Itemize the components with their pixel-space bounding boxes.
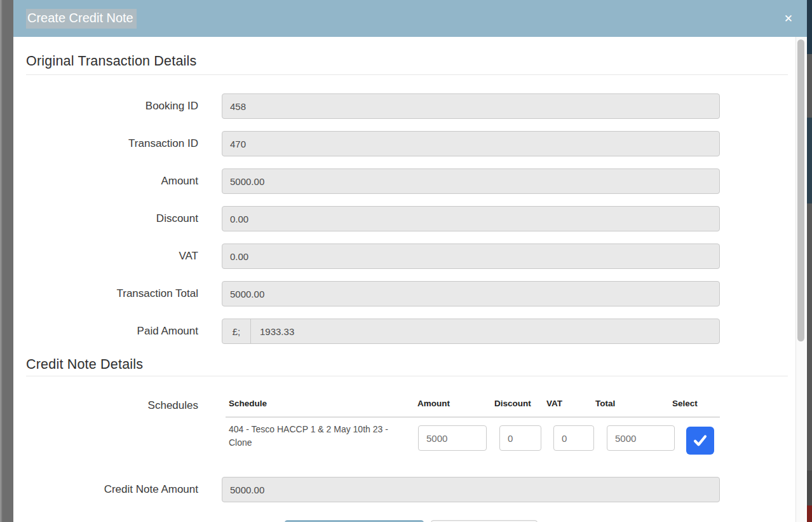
section-divider [26,376,788,376]
column-header-amount: Amount [417,399,450,408]
vat-field[interactable] [222,244,720,269]
section-heading-credit-note: Credit Note Details [26,357,788,373]
modal-title: Create Credit Note [26,9,137,29]
paid-amount-label: Paid Amount [26,325,198,338]
modal-scrollbar-track[interactable] [795,37,806,522]
paid-amount-group: £; [222,319,720,344]
create-credit-note-modal: Create Credit Note ✕ Original Transactio… [13,0,807,522]
section-heading-original-transaction: Original Transaction Details [26,53,788,69]
credit-note-amount-label: Credit Note Amount [26,483,198,496]
column-header-select: Select [672,399,698,408]
credit-note-amount-field[interactable] [222,477,720,502]
column-header-schedule: Schedule [229,399,267,408]
transaction-total-field[interactable] [222,281,720,306]
schedule-total-input[interactable] [607,425,675,451]
schedules-row: Schedules Schedule Amount Discount VAT T… [26,392,788,458]
vat-row: VAT [26,244,788,269]
currency-prefix: £; [222,319,251,343]
close-icon[interactable]: ✕ [784,13,793,24]
amount-row: Amount [26,168,788,194]
booking-id-row: Booking ID [26,93,788,119]
section-divider [26,74,788,75]
checkmark-icon [691,432,709,450]
background-page-strip [807,0,812,522]
column-header-total: Total [595,399,615,408]
paid-amount-field[interactable] [251,319,719,343]
schedule-name: 404 - Tesco HACCP 1 & 2 May 10th 23 - Cl… [229,423,402,450]
column-header-vat: VAT [546,399,562,408]
credit-note-amount-row: Credit Note Amount [26,477,788,502]
schedules-table: Schedule Amount Discount VAT Total Selec… [222,392,720,458]
transaction-total-row: Transaction Total [26,281,788,306]
transaction-total-label: Transaction Total [26,287,198,300]
transaction-id-label: Transaction ID [26,137,198,150]
modal-body: Original Transaction Details Booking ID … [13,53,807,522]
schedule-discount-input[interactable] [499,425,541,451]
transaction-id-row: Transaction ID [26,131,788,156]
booking-id-label: Booking ID [26,100,198,113]
booking-id-field[interactable] [222,93,720,119]
amount-label: Amount [26,175,198,188]
discount-row: Discount [26,206,788,231]
modal-scrollbar-thumb[interactable] [797,39,804,341]
discount-label: Discount [26,212,198,225]
schedules-label: Schedules [26,392,198,458]
amount-field[interactable] [222,168,720,194]
schedule-amount-input[interactable] [418,425,487,451]
vat-label: VAT [26,250,198,263]
modal-header: Create Credit Note ✕ [13,0,807,37]
discount-field[interactable] [222,206,720,231]
column-header-discount: Discount [494,399,531,408]
table-header-divider [226,416,720,418]
schedule-vat-input[interactable] [553,425,594,451]
transaction-id-field[interactable] [222,131,720,156]
paid-amount-row: Paid Amount £; [26,319,788,344]
schedule-select-checkbox[interactable] [686,427,714,455]
original-transaction-fields: Booking ID Transaction ID Amount Discoun… [26,93,788,344]
